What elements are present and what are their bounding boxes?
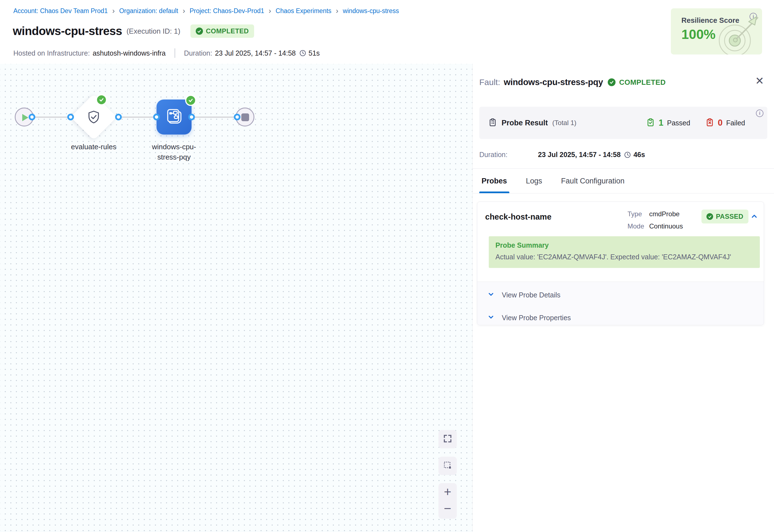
breadcrumb-organization[interactable]: Organization: default <box>119 7 178 15</box>
target-dart-illustration <box>718 11 762 54</box>
probe-status-badge: PASSED <box>701 210 748 223</box>
fault-duration-seconds: 46s <box>633 151 645 159</box>
breadcrumb-current-experiment[interactable]: windows-cpu-stress <box>343 7 399 15</box>
probe-summary-title: Probe Summary <box>495 241 549 249</box>
chevron-up-icon[interactable] <box>750 212 758 220</box>
probe-result-counts: 1 Passed 0 Failed <box>646 107 745 139</box>
marquee-select-icon <box>443 461 452 471</box>
evaluate-rules-label: evaluate-rules <box>65 142 123 152</box>
duration-seconds: 51s <box>309 49 320 57</box>
probe-mode-value: Continuous <box>649 222 683 230</box>
breadcrumb-account[interactable]: Account: Chaos Dev Team Prod1 <box>13 7 108 15</box>
title-row: windows-cpu-stress (Execution ID: 1) COM… <box>13 24 254 38</box>
execution-id: (Execution ID: 1) <box>126 27 180 36</box>
zoom-out-button[interactable]: − <box>444 502 451 515</box>
zoom-in-button[interactable]: + <box>444 485 451 498</box>
fault-status-label: COMPLETED <box>619 78 666 87</box>
duration-label: Duration: <box>184 49 212 57</box>
failed-label: Failed <box>726 119 745 127</box>
clipboard-icon <box>488 118 497 128</box>
chevron-down-icon <box>487 314 495 322</box>
probe-result-summary: Probe Result (Total 1) 1 Passed <box>479 107 767 139</box>
chevron-right-icon: › <box>112 7 115 15</box>
status-badge-label: COMPLETED <box>206 27 249 35</box>
tab-logs[interactable]: Logs <box>524 169 545 193</box>
probe-summary-box: Probe Summary Actual value: 'EC2AMAZ-QMV… <box>489 236 760 268</box>
close-icon[interactable]: ✕ <box>755 76 764 86</box>
probe-meta: Type cmdProbe Mode Continuous <box>627 208 683 232</box>
clipboard-x-icon <box>705 118 714 128</box>
failed-count: 0 <box>718 118 723 128</box>
fault-node-label: windows-cpu-stress-pqy <box>147 142 201 162</box>
shield-check-icon <box>86 109 101 125</box>
fault-name: windows-cpu-stress-pqy <box>504 77 603 87</box>
passed-count: 1 <box>659 118 663 128</box>
fullscreen-button[interactable] <box>438 430 457 448</box>
duration-value: 23 Jul 2025, 14:57 - 14:58 <box>215 49 296 57</box>
stop-icon <box>241 113 249 121</box>
probe-name: check-host-name <box>485 212 552 222</box>
node-port <box>234 114 240 120</box>
success-check-badge <box>185 95 196 106</box>
fault-duration-label: Duration: <box>479 151 538 159</box>
check-circle-icon <box>706 213 713 220</box>
breadcrumb-chaos-experiments[interactable]: Chaos Experiments <box>276 7 331 15</box>
probe-result-total: (Total 1) <box>552 119 577 127</box>
breadcrumb: Account: Chaos Dev Team Prod1 › Organiza… <box>13 7 399 15</box>
fault-duration-value: 23 Jul 2025, 14:57 - 14:58 <box>538 151 621 159</box>
resilience-score-value: 100% <box>681 27 716 42</box>
breadcrumb-project[interactable]: Project: Chaos-Dev-Prod1 <box>190 7 264 15</box>
edge-evaluate-to-fault <box>118 116 157 118</box>
fault-details-panel: ✕ Fault: windows-cpu-stress-pqy COMPLETE… <box>473 64 774 532</box>
status-badge: COMPLETED <box>190 24 254 38</box>
fault-label: Fault: <box>479 78 500 87</box>
resilience-score-card: Resilience Score 100% i <box>671 8 762 54</box>
view-probe-properties-toggle[interactable]: View Probe Properties <box>487 314 571 322</box>
probe-mode-row: Mode Continuous <box>627 220 683 232</box>
chevron-right-icon: › <box>336 7 338 15</box>
view-probe-properties-label: View Probe Properties <box>502 314 571 322</box>
header-meta-row: Hosted on Infrastructure: ashutosh-windo… <box>13 48 320 58</box>
probe-card-check-host-name: check-host-name Type cmdProbe Mode Conti… <box>477 202 764 325</box>
node-port <box>188 114 195 120</box>
probe-summary-text: Actual value: 'EC2AMAZ-QMVAF4J'. Expecte… <box>495 253 731 261</box>
fault-duration-row: Duration: 23 Jul 2025, 14:57 - 14:58 46s <box>479 151 645 159</box>
fullscreen-icon <box>443 434 452 444</box>
clock-icon <box>299 49 306 57</box>
pipeline-canvas[interactable]: evaluate-rules windows-cpu-stress-pqy + … <box>0 64 473 532</box>
chaos-experiment-execution-page: Account: Chaos Dev Team Prod1 › Organiza… <box>0 0 774 532</box>
probe-result-left: Probe Result (Total 1) <box>488 107 576 139</box>
clipboard-check-icon <box>646 118 655 128</box>
node-port <box>67 114 74 120</box>
page-title: windows-cpu-stress <box>13 24 122 38</box>
edge-fault-to-end <box>192 116 237 118</box>
chevron-right-icon: › <box>183 7 185 15</box>
edge-start-to-evaluate <box>32 116 71 118</box>
tab-probes[interactable]: Probes <box>479 169 509 193</box>
info-icon[interactable]: i <box>756 110 763 117</box>
selection-mode-button[interactable] <box>438 457 457 475</box>
probe-card-footer: View Probe Details View Probe Properties <box>477 282 764 325</box>
chevron-down-icon <box>487 291 495 299</box>
probe-result-title: Probe Result <box>502 119 548 127</box>
fault-panel-header: Fault: windows-cpu-stress-pqy COMPLETED <box>479 77 666 87</box>
fault-panel-tabs: Probes Logs Fault Configuration <box>479 169 627 193</box>
success-check-badge <box>96 94 107 105</box>
probe-status-label: PASSED <box>716 213 743 220</box>
probe-mode-label: Mode <box>627 222 649 230</box>
check-circle-icon <box>196 28 203 35</box>
probe-type-row: Type cmdProbe <box>627 208 683 220</box>
view-probe-details-toggle[interactable]: View Probe Details <box>487 291 560 299</box>
play-icon <box>22 114 28 121</box>
clock-icon <box>624 151 631 158</box>
tab-fault-configuration[interactable]: Fault Configuration <box>559 169 627 193</box>
windows-cpu-stress-pqy-node[interactable] <box>157 100 192 135</box>
chaos-fault-icon <box>165 107 183 127</box>
hosted-on-label: Hosted on Infrastructure: <box>13 49 90 57</box>
page-header: Account: Chaos Dev Team Prod1 › Organiza… <box>0 0 774 64</box>
probe-type-label: Type <box>627 210 649 218</box>
passed-label: Passed <box>667 119 690 127</box>
probe-type-value: cmdProbe <box>649 210 679 218</box>
chevron-right-icon: › <box>269 7 271 15</box>
infrastructure-name: ashutosh-windows-infra <box>93 49 166 57</box>
